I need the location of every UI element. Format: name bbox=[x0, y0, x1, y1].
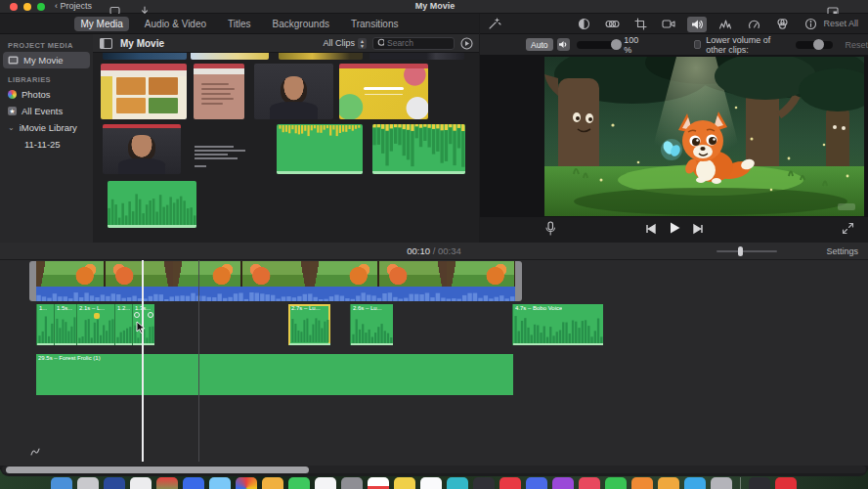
dock-app-icon[interactable] bbox=[368, 477, 389, 489]
dock-app-icon[interactable] bbox=[552, 477, 574, 489]
media-thumbnail[interactable] bbox=[194, 64, 244, 119]
minimize-button[interactable] bbox=[23, 3, 31, 11]
dock-app-icon[interactable] bbox=[315, 477, 336, 489]
lower-volume-checkbox[interactable] bbox=[694, 40, 701, 49]
dock-app-icon[interactable] bbox=[236, 477, 257, 489]
dock-app-icon[interactable] bbox=[341, 477, 363, 489]
sidebar-item-photos[interactable]: Photos bbox=[3, 86, 90, 103]
dock-app-icon[interactable] bbox=[526, 477, 547, 489]
dock-app-icon[interactable] bbox=[499, 477, 521, 489]
sidebar-item-all-events[interactable]: ★ All Events bbox=[3, 103, 90, 119]
fade-handle[interactable] bbox=[134, 312, 140, 318]
tab-titles[interactable]: Titles bbox=[222, 17, 257, 31]
dock-app-icon[interactable] bbox=[658, 477, 679, 489]
dock-app-icon[interactable] bbox=[749, 477, 770, 489]
stabilization-icon[interactable] bbox=[659, 17, 678, 32]
dock-app-icon[interactable] bbox=[156, 477, 178, 489]
clip-info-icon[interactable] bbox=[801, 17, 820, 32]
timeline-zoom-slider[interactable] bbox=[716, 250, 777, 252]
dock-app-icon[interactable] bbox=[711, 477, 732, 489]
dock-app-icon[interactable] bbox=[104, 477, 125, 489]
media-thumbnail[interactable] bbox=[277, 124, 363, 174]
dock-app-icon[interactable] bbox=[684, 477, 706, 489]
color-balance-icon[interactable] bbox=[574, 17, 593, 32]
enhance-wand-icon[interactable] bbox=[487, 17, 501, 35]
color-correction-icon[interactable] bbox=[602, 17, 622, 32]
previous-frame-button[interactable] bbox=[644, 221, 656, 239]
reset-button[interactable]: Reset bbox=[845, 40, 868, 50]
reset-all-button[interactable]: Reset All bbox=[823, 19, 858, 28]
tab-my-media[interactable]: My Media bbox=[74, 17, 128, 31]
media-thumbnail[interactable] bbox=[191, 53, 269, 60]
media-thumbnail[interactable] bbox=[372, 124, 465, 174]
media-thumbnail[interactable] bbox=[369, 53, 464, 60]
back-to-projects-button[interactable]: ‹ Projects bbox=[55, 1, 92, 11]
tab-backgrounds[interactable]: Backgrounds bbox=[267, 17, 335, 31]
timeline-scrollbar[interactable] bbox=[2, 466, 866, 473]
sidebar-item-event-date[interactable]: 11-11-25 bbox=[3, 136, 90, 153]
clip-filter-dropdown[interactable]: All Clips ▲▼ bbox=[323, 38, 367, 49]
play-button[interactable] bbox=[668, 221, 681, 239]
search-input[interactable] bbox=[387, 38, 450, 48]
dock-app-icon[interactable] bbox=[447, 477, 468, 489]
video-clip-filmstrip[interactable] bbox=[36, 261, 515, 287]
video-clip-audio-waveform[interactable] bbox=[36, 287, 515, 301]
zoom-slider-knob[interactable] bbox=[738, 246, 743, 256]
scrollbar-thumb[interactable] bbox=[6, 467, 309, 473]
clip-trim-handle[interactable] bbox=[515, 261, 522, 301]
media-thumbnail[interactable] bbox=[101, 64, 187, 119]
audio-clip[interactable]: 1... bbox=[36, 304, 54, 345]
media-thumbnail[interactable] bbox=[339, 64, 428, 119]
dock-app-icon[interactable] bbox=[775, 477, 797, 489]
dock-app-icon[interactable] bbox=[51, 477, 72, 489]
dock-app-icon[interactable] bbox=[77, 477, 99, 489]
ducking-slider-knob[interactable] bbox=[813, 39, 824, 50]
audio-clip-selected[interactable]: 2.7s – Lu... bbox=[288, 304, 330, 345]
dock-app-icon[interactable] bbox=[209, 477, 231, 489]
ducking-slider[interactable] bbox=[796, 41, 834, 49]
clip-trim-handle[interactable] bbox=[29, 261, 36, 301]
chevron-down-icon[interactable]: ⌄ bbox=[8, 123, 15, 132]
dock-app-icon[interactable] bbox=[183, 477, 204, 489]
audio-clip[interactable]: 2.6s – Lu... bbox=[350, 304, 393, 345]
noise-reduction-icon[interactable] bbox=[716, 17, 735, 32]
fade-handle[interactable] bbox=[148, 312, 153, 318]
sidebar-item-imovie-library[interactable]: ⌄ iMovie Library bbox=[3, 119, 90, 136]
media-thumbnail[interactable] bbox=[189, 124, 267, 174]
close-button[interactable] bbox=[10, 3, 18, 11]
dock-app-icon[interactable] bbox=[288, 477, 310, 489]
volume-slider[interactable] bbox=[577, 41, 618, 49]
audio-clip[interactable]: 2.1s – L... bbox=[76, 304, 114, 345]
playhead[interactable] bbox=[142, 260, 144, 462]
audio-clip[interactable]: 1.5s... bbox=[54, 304, 76, 345]
zoom-button[interactable] bbox=[37, 3, 45, 11]
volume-icon[interactable] bbox=[687, 17, 707, 32]
media-thumbnail[interactable] bbox=[103, 124, 181, 174]
media-thumbnail[interactable] bbox=[279, 53, 363, 60]
auto-volume-button[interactable]: Auto bbox=[526, 38, 553, 51]
speed-icon[interactable] bbox=[744, 17, 763, 32]
media-thumbnail[interactable] bbox=[103, 53, 187, 60]
audio-clip[interactable]: 1.2... bbox=[114, 304, 132, 345]
sidebar-item-my-movie[interactable]: My Movie bbox=[3, 52, 90, 68]
tab-audio-video[interactable]: Audio & Video bbox=[139, 17, 212, 31]
next-frame-button[interactable] bbox=[693, 221, 705, 239]
dock-app-icon[interactable] bbox=[473, 477, 495, 489]
dock-app-icon[interactable] bbox=[262, 477, 283, 489]
tab-transitions[interactable]: Transitions bbox=[345, 17, 405, 31]
dock-app-icon[interactable] bbox=[394, 477, 415, 489]
dock-app-icon[interactable] bbox=[579, 477, 600, 489]
dock-app-icon[interactable] bbox=[420, 477, 442, 489]
dock-app-icon[interactable] bbox=[631, 477, 653, 489]
search-field[interactable] bbox=[372, 37, 455, 50]
settings-button[interactable]: Settings bbox=[826, 246, 858, 256]
media-thumbnail[interactable] bbox=[254, 64, 333, 119]
audio-clip[interactable]: 4.7s – Bobo Voice bbox=[512, 304, 603, 345]
volume-slider-knob[interactable] bbox=[611, 39, 622, 50]
music-clip[interactable]: 29.5s – Forest Frolic (1) bbox=[36, 354, 513, 395]
media-thumbnail[interactable] bbox=[108, 181, 196, 228]
crop-icon[interactable] bbox=[630, 17, 650, 32]
filter-play-icon[interactable] bbox=[460, 37, 473, 50]
dock-app-icon[interactable] bbox=[605, 477, 627, 489]
mute-button[interactable] bbox=[557, 38, 571, 51]
